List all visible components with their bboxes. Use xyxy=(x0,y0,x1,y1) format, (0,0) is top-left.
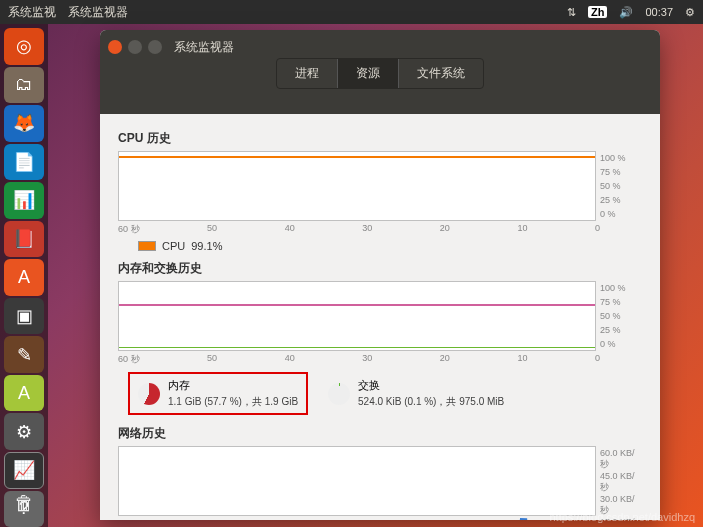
launcher-dash-icon[interactable]: ◎ xyxy=(4,28,44,65)
window-maximize-button[interactable] xyxy=(148,40,162,54)
tab-resources[interactable]: 资源 xyxy=(337,59,399,88)
system-monitor-window: 系统监视器 进程 资源 文件系统 CPU 历史 100 %75 %50 %25 … xyxy=(100,30,660,520)
cpu-legend-value: 99.1% xyxy=(191,240,222,252)
launcher-settings-icon[interactable]: ⚙ xyxy=(4,413,44,450)
tab-processes[interactable]: 进程 xyxy=(277,59,337,88)
memory-value: 1.1 GiB (57.7 %)，共 1.9 GiB xyxy=(168,395,298,409)
memory-section-title: 内存和交换历史 xyxy=(118,260,642,277)
memory-stat-highlighted: 内存 1.1 GiB (57.7 %)，共 1.9 GiB xyxy=(128,372,308,415)
memory-label: 内存 xyxy=(168,378,298,393)
launcher-terminal-icon[interactable]: ▣ xyxy=(4,298,44,335)
cpu-y-axis: 100 %75 %50 %25 %0 % xyxy=(600,151,642,221)
tab-filesystems[interactable]: 文件系统 xyxy=(399,59,483,88)
watermark: https://blog.csdn.net/davidhzq xyxy=(549,511,695,523)
launcher-firefox-icon[interactable]: 🦊 xyxy=(4,105,44,142)
cpu-chart xyxy=(118,151,596,221)
ime-indicator[interactable]: Zh xyxy=(588,6,607,18)
network-indicator-icon[interactable]: ⇅ xyxy=(567,6,576,19)
launcher-updater-icon[interactable]: A xyxy=(4,375,44,412)
launcher-files-icon[interactable]: 🗂 xyxy=(4,67,44,104)
menubar-app-name[interactable]: 系统监视 xyxy=(8,4,56,21)
cpu-x-axis: 60 秒50403020100 xyxy=(118,223,600,236)
window-close-button[interactable] xyxy=(108,40,122,54)
tab-bar: 进程 资源 文件系统 xyxy=(276,58,484,89)
unity-launcher: ◎ 🗂 🦊 📄 📊 📕 A ▣ ✎ A ⚙ 📈 ? 🗑 xyxy=(0,24,48,527)
swap-value: 524.0 KiB (0.1 %)，共 975.0 MiB xyxy=(358,395,504,409)
top-menubar: 系统监视 系统监视器 ⇅ Zh 🔊 00:37 ⚙ xyxy=(0,0,703,24)
swap-stat: 交换 524.0 KiB (0.1 %)，共 975.0 MiB xyxy=(328,372,504,415)
memory-pie-icon xyxy=(138,383,160,405)
resources-pane: CPU 历史 100 %75 %50 %25 %0 % 60 秒50403020… xyxy=(100,114,660,520)
gear-icon[interactable]: ⚙ xyxy=(685,6,695,19)
cpu-legend: CPU 99.1% xyxy=(138,240,642,252)
launcher-impress-icon[interactable]: 📕 xyxy=(4,221,44,258)
launcher-trash-icon[interactable]: 🗑 xyxy=(4,483,44,523)
network-y-axis: 60.0 KB/秒45.0 KB/秒30.0 KB/秒15.0 KB/秒0.0 … xyxy=(600,446,642,520)
window-title: 系统监视器 xyxy=(174,39,234,56)
launcher-software-icon[interactable]: A xyxy=(4,259,44,296)
clock[interactable]: 00:37 xyxy=(645,6,673,18)
cpu-section-title: CPU 历史 xyxy=(118,130,642,147)
network-section-title: 网络历史 xyxy=(118,425,642,442)
memory-y-axis: 100 %75 %50 %25 %0 % xyxy=(600,281,642,351)
memory-x-axis: 60 秒50403020100 xyxy=(118,353,600,366)
volume-icon[interactable]: 🔊 xyxy=(619,6,633,19)
swap-pie-icon xyxy=(328,383,350,405)
cpu-legend-label: CPU xyxy=(162,240,185,252)
launcher-gedit-icon[interactable]: ✎ xyxy=(4,336,44,373)
swap-label: 交换 xyxy=(358,378,504,393)
menubar-window-title[interactable]: 系统监视器 xyxy=(68,4,128,21)
launcher-writer-icon[interactable]: 📄 xyxy=(4,144,44,181)
network-chart xyxy=(118,446,596,516)
cpu-legend-swatch xyxy=(138,241,156,251)
window-minimize-button[interactable] xyxy=(128,40,142,54)
launcher-calc-icon[interactable]: 📊 xyxy=(4,182,44,219)
memory-chart xyxy=(118,281,596,351)
